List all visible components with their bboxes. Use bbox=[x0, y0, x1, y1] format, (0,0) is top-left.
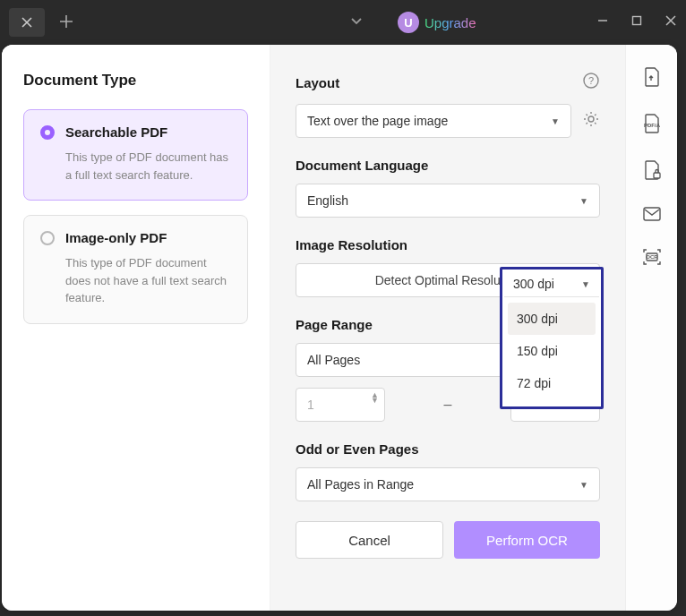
chevron-down-icon: ▼ bbox=[551, 116, 560, 126]
gear-icon bbox=[582, 110, 600, 128]
history-dropdown[interactable] bbox=[349, 13, 364, 31]
document-convert-icon bbox=[642, 66, 662, 88]
settings-panel: Layout ? Text over the page image ▼ Docu… bbox=[270, 45, 625, 611]
pdfa-icon: PDF/A bbox=[642, 113, 662, 134]
radio-image-only[interactable] bbox=[40, 231, 55, 245]
resolution-value: 300 dpi bbox=[513, 277, 554, 291]
layout-select[interactable]: Text over the page image ▼ bbox=[296, 104, 571, 138]
odd-even-select[interactable]: All Pages in Range ▼ bbox=[296, 467, 600, 501]
language-select[interactable]: English ▼ bbox=[296, 184, 600, 218]
plus-icon bbox=[59, 14, 73, 29]
language-label: Document Language bbox=[296, 158, 428, 173]
user-avatar[interactable]: U bbox=[398, 12, 419, 33]
layout-value: Text over the page image bbox=[307, 114, 448, 128]
help-icon: ? bbox=[582, 72, 600, 90]
svg-rect-0 bbox=[633, 17, 641, 25]
range-separator: – bbox=[396, 397, 500, 413]
chevron-down-icon: ▼ bbox=[579, 196, 588, 206]
chevron-down-icon bbox=[349, 13, 364, 28]
language-value: English bbox=[307, 193, 348, 208]
resolution-option[interactable]: 300 dpi bbox=[508, 303, 596, 335]
maximize-icon bbox=[630, 14, 643, 27]
cancel-button[interactable]: Cancel bbox=[296, 521, 443, 559]
right-tool-rail: PDF/A OCR bbox=[625, 45, 677, 611]
doc-type-option-image-only[interactable]: Image-only PDF This type of PDF document… bbox=[23, 215, 248, 324]
svg-text:OCR: OCR bbox=[646, 254, 658, 260]
svg-rect-6 bbox=[644, 208, 660, 220]
svg-text:PDF/A: PDF/A bbox=[644, 123, 661, 128]
resolution-option[interactable]: 72 dpi bbox=[508, 367, 596, 399]
new-tab-button[interactable] bbox=[59, 13, 73, 33]
doc-type-desc: This type of PDF document has a full tex… bbox=[40, 149, 231, 184]
stepper-icon[interactable]: ▲▼ bbox=[371, 392, 379, 404]
layout-label: Layout bbox=[296, 75, 339, 90]
odd-even-value: All Pages in Range bbox=[307, 477, 414, 492]
window-close-button[interactable] bbox=[665, 14, 677, 30]
resolution-option[interactable]: 150 dpi bbox=[508, 335, 596, 367]
layout-help-button[interactable]: ? bbox=[582, 72, 600, 93]
window-titlebar: U Upgrade bbox=[0, 0, 686, 45]
svg-rect-5 bbox=[654, 173, 660, 178]
window-minimize-button[interactable] bbox=[596, 14, 609, 30]
page-range-value: All Pages bbox=[307, 353, 360, 367]
tab-close-button[interactable] bbox=[9, 8, 45, 37]
ocr-icon: OCR bbox=[641, 247, 663, 267]
chevron-down-icon: ▼ bbox=[579, 480, 588, 490]
chevron-down-icon: ▼ bbox=[581, 279, 590, 289]
perform-ocr-button[interactable]: Perform OCR bbox=[454, 521, 600, 559]
doc-type-option-searchable[interactable]: Searchable PDF This type of PDF document… bbox=[23, 109, 248, 201]
close-icon bbox=[665, 14, 677, 27]
close-icon bbox=[21, 17, 32, 28]
layout-settings-button[interactable] bbox=[582, 110, 600, 132]
page-from-value: 1 bbox=[307, 398, 314, 412]
svg-text:?: ? bbox=[588, 75, 594, 86]
rail-mail-button[interactable] bbox=[642, 206, 662, 222]
svg-point-3 bbox=[588, 116, 594, 122]
odd-even-label: Odd or Even Pages bbox=[296, 441, 419, 457]
doc-type-title: Image-only PDF bbox=[65, 230, 167, 245]
document-lock-icon bbox=[642, 159, 662, 181]
doc-type-desc: This type of PDF document does not have … bbox=[40, 254, 231, 307]
rail-lock-button[interactable] bbox=[642, 159, 662, 181]
rail-convert-button[interactable] bbox=[642, 66, 662, 88]
upgrade-link[interactable]: Upgrade bbox=[424, 15, 476, 30]
left-panel: Document Type Searchable PDF This type o… bbox=[2, 45, 270, 611]
page-range-label: Page Range bbox=[296, 317, 373, 332]
rail-pdfa-button[interactable]: PDF/A bbox=[642, 113, 662, 134]
window-maximize-button[interactable] bbox=[630, 14, 643, 30]
resolution-select[interactable]: 300 dpi ▼ bbox=[504, 271, 599, 297]
document-type-heading: Document Type bbox=[23, 72, 248, 90]
page-from-input[interactable]: 1 ▲▼ bbox=[296, 388, 385, 422]
radio-searchable[interactable] bbox=[40, 125, 55, 140]
resolution-label: Image Resolution bbox=[296, 237, 407, 252]
rail-ocr-button[interactable]: OCR bbox=[641, 247, 663, 267]
envelope-icon bbox=[642, 206, 662, 222]
minimize-icon bbox=[596, 14, 609, 27]
resolution-dropdown-open: 300 dpi ▼ 300 dpi 150 dpi 72 dpi bbox=[500, 267, 604, 409]
doc-type-title: Searchable PDF bbox=[65, 124, 167, 140]
